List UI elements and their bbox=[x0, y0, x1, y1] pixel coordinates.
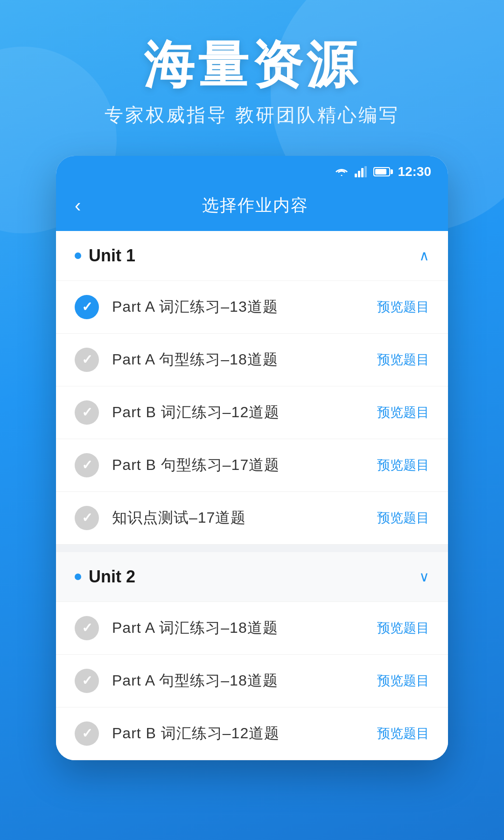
checkbox-u2-2[interactable]: ✓ bbox=[75, 669, 99, 693]
preview-link-5[interactable]: 预览题目 bbox=[377, 509, 429, 527]
battery-fill bbox=[375, 169, 386, 175]
unit1-title: Unit 1 bbox=[89, 246, 135, 266]
unit1-item-3[interactable]: ✓ Part B 词汇练习–12道题 预览题目 bbox=[56, 386, 448, 439]
item-text-u2-1: Part A 词汇练习–18道题 bbox=[112, 618, 364, 638]
check-icon-5: ✓ bbox=[82, 510, 92, 525]
item-text-5: 知识点测试–17道题 bbox=[112, 508, 364, 528]
preview-link-3[interactable]: 预览题目 bbox=[377, 404, 429, 421]
item-text-u2-3: Part B 词汇练习–12道题 bbox=[112, 723, 364, 744]
unit2-title: Unit 2 bbox=[89, 567, 135, 587]
unit-divider bbox=[56, 545, 448, 552]
unit2-item-1[interactable]: ✓ Part A 词汇练习–18道题 预览题目 bbox=[56, 602, 448, 655]
unit1-header[interactable]: Unit 1 ∧ bbox=[56, 231, 448, 281]
unit2-header[interactable]: Unit 2 ∨ bbox=[56, 552, 448, 602]
signal-icon bbox=[355, 166, 368, 177]
unit1-item-4[interactable]: ✓ Part B 句型练习–17道题 预览题目 bbox=[56, 439, 448, 492]
unit1-item-2[interactable]: ✓ Part A 句型练习–18道题 预览题目 bbox=[56, 334, 448, 386]
svg-rect-0 bbox=[355, 174, 357, 177]
check-icon-u2-3: ✓ bbox=[82, 726, 92, 741]
checkbox-5[interactable]: ✓ bbox=[75, 506, 99, 530]
checkbox-2[interactable]: ✓ bbox=[75, 348, 99, 372]
content-area: Unit 1 ∧ ✓ Part A 词汇练习–13道题 预览题目 ✓ Part … bbox=[56, 231, 448, 760]
preview-link-1[interactable]: 预览题目 bbox=[377, 298, 429, 316]
preview-link-2[interactable]: 预览题目 bbox=[377, 351, 429, 369]
unit2-chevron[interactable]: ∨ bbox=[419, 568, 429, 585]
preview-link-4[interactable]: 预览题目 bbox=[377, 456, 429, 474]
check-icon-1: ✓ bbox=[82, 299, 92, 315]
checkbox-u2-1[interactable]: ✓ bbox=[75, 616, 99, 640]
hero-section: 海量资源 专家权威指导 教研团队精心编写 bbox=[0, 0, 504, 156]
page-title: 选择作业内容 bbox=[81, 194, 429, 217]
check-icon-u2-2: ✓ bbox=[82, 673, 92, 688]
preview-link-u2-2[interactable]: 预览题目 bbox=[377, 672, 429, 690]
preview-link-u2-1[interactable]: 预览题目 bbox=[377, 619, 429, 637]
unit1-item-1[interactable]: ✓ Part A 词汇练习–13道题 预览题目 bbox=[56, 281, 448, 334]
status-bar: 12:30 bbox=[56, 156, 448, 183]
wifi-icon bbox=[334, 166, 349, 177]
battery-icon bbox=[373, 167, 390, 176]
sub-title: 专家权威指导 教研团队精心编写 bbox=[105, 102, 399, 128]
checkbox-4[interactable]: ✓ bbox=[75, 453, 99, 477]
check-icon-u2-1: ✓ bbox=[82, 620, 92, 636]
svg-rect-3 bbox=[364, 166, 367, 177]
unit1-label: Unit 1 bbox=[75, 246, 135, 266]
status-time: 12:30 bbox=[398, 164, 431, 179]
check-icon-4: ✓ bbox=[82, 457, 92, 473]
unit2-dot bbox=[75, 574, 81, 580]
checkbox-u2-3[interactable]: ✓ bbox=[75, 721, 99, 746]
item-text-2: Part A 句型练习–18道题 bbox=[112, 350, 364, 370]
phone-mockup: 12:30 ‹ 选择作业内容 Unit 1 ∧ ✓ Part A 词汇练习–13… bbox=[56, 156, 448, 760]
checkbox-1[interactable]: ✓ bbox=[75, 295, 99, 319]
checkbox-3[interactable]: ✓ bbox=[75, 400, 99, 425]
preview-link-u2-3[interactable]: 预览题目 bbox=[377, 725, 429, 742]
status-icons bbox=[334, 166, 390, 177]
main-title: 海量资源 bbox=[144, 37, 360, 93]
item-text-1: Part A 词汇练习–13道题 bbox=[112, 297, 364, 317]
check-icon-2: ✓ bbox=[82, 352, 92, 367]
unit1-item-5[interactable]: ✓ 知识点测试–17道题 预览题目 bbox=[56, 492, 448, 545]
item-text-4: Part B 句型练习–17道题 bbox=[112, 455, 364, 476]
unit2-label: Unit 2 bbox=[75, 567, 135, 587]
svg-rect-1 bbox=[358, 171, 360, 177]
unit1-chevron[interactable]: ∧ bbox=[419, 247, 429, 264]
check-icon-3: ✓ bbox=[82, 405, 92, 420]
unit2-item-2[interactable]: ✓ Part A 句型练习–18道题 预览题目 bbox=[56, 655, 448, 707]
svg-rect-2 bbox=[361, 168, 364, 177]
back-button[interactable]: ‹ bbox=[75, 196, 81, 215]
unit2-item-3[interactable]: ✓ Part B 词汇练习–12道题 预览题目 bbox=[56, 707, 448, 760]
item-text-u2-2: Part A 句型练习–18道题 bbox=[112, 671, 364, 691]
app-header: ‹ 选择作业内容 bbox=[56, 183, 448, 231]
item-text-3: Part B 词汇练习–12道题 bbox=[112, 402, 364, 423]
unit1-dot bbox=[75, 252, 81, 259]
